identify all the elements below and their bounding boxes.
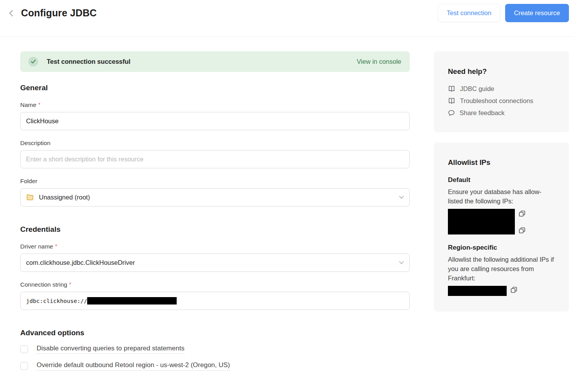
check-icon [28,57,38,66]
section-advanced-heading: Advanced options [20,329,410,337]
copy-icon[interactable] [519,227,525,234]
sidebar: Need help? JDBC guide [434,51,569,371]
jdbc-guide-link[interactable]: JDBC guide [448,85,555,93]
share-feedback-link[interactable]: Share feedback [448,109,555,117]
override-region-label: Override default outbound Retool region … [37,361,230,371]
allowlist-ips-card: Allowlist IPs Default Ensure your databa… [434,142,569,312]
allowlist-default-title: Default [448,176,555,184]
folder-value: Unassigned (root) [39,194,90,201]
redacted-region-ip [448,286,507,296]
page-title: Configure JDBC [21,7,97,19]
troubleshoot-connections-label: Troubleshoot connections [460,97,533,105]
chevron-left-icon [9,9,14,17]
driver-name-value: com.clickhouse.jdbc.ClickHouseDriver [26,259,135,266]
success-banner: Test connection successful View in conso… [20,51,410,72]
chevron-down-icon [399,196,404,199]
folder-label: Folder [20,178,410,185]
connection-string-label: Connection string* [20,281,410,288]
allowlist-region-title: Region-specific [448,244,555,252]
configure-form: Test connection successful View in conso… [20,51,410,371]
banner-message: Test connection successful [47,58,130,65]
driver-name-label: Driver name* [20,243,410,250]
chevron-down-icon [399,261,404,264]
folder-icon [26,194,34,201]
redacted-connection-value [87,297,177,304]
connection-string-prefix: jdbc:clickhouse:// [26,298,87,304]
folder-select[interactable]: Unassigned (root) [20,188,410,206]
book-icon [448,98,455,104]
jdbc-guide-label: JDBC guide [460,85,494,93]
driver-name-select[interactable]: com.clickhouse.jdbc.ClickHouseDriver [20,254,410,272]
required-asterisk: * [55,243,57,249]
override-region-checkbox[interactable] [20,362,28,370]
page-header: Configure JDBC Test connection Create re… [0,0,574,37]
section-credentials-heading: Credentials [20,225,410,234]
allowlist-title: Allowlist IPs [448,158,555,167]
troubleshoot-connections-link[interactable]: Troubleshoot connections [448,97,555,105]
prepared-statements-label: Disable converting queries to prepared s… [37,345,184,354]
advanced-option-row: Override default outbound Retool region … [20,361,410,371]
connection-string-input[interactable]: jdbc:clickhouse:// [20,292,410,310]
advanced-option-row: Disable converting queries to prepared s… [20,345,410,354]
required-asterisk: * [69,281,71,287]
create-resource-button[interactable]: Create resource [505,4,569,22]
description-input[interactable] [20,150,410,168]
back-button[interactable] [5,8,16,19]
need-help-title: Need help? [448,67,555,76]
redacted-default-ips [448,209,515,234]
allowlist-default-description: Ensure your database has allow-listed th… [448,187,555,206]
share-feedback-label: Share feedback [460,109,505,117]
copy-icon[interactable] [511,287,517,293]
test-connection-button[interactable]: Test connection [438,4,500,22]
description-label: Description [20,140,410,147]
allowlist-region-description: Allowlist the following additional IPs i… [448,255,555,283]
chat-bubble-icon [448,110,455,116]
name-label: Name* [20,102,410,108]
section-general-heading: General [20,84,410,92]
need-help-card: Need help? JDBC guide [434,51,569,132]
prepared-statements-checkbox[interactable] [20,345,28,353]
view-in-console-link[interactable]: View in console [357,58,401,65]
required-asterisk: * [38,102,40,108]
copy-icon[interactable] [519,210,525,217]
book-icon [448,86,455,92]
name-input[interactable] [20,112,410,130]
